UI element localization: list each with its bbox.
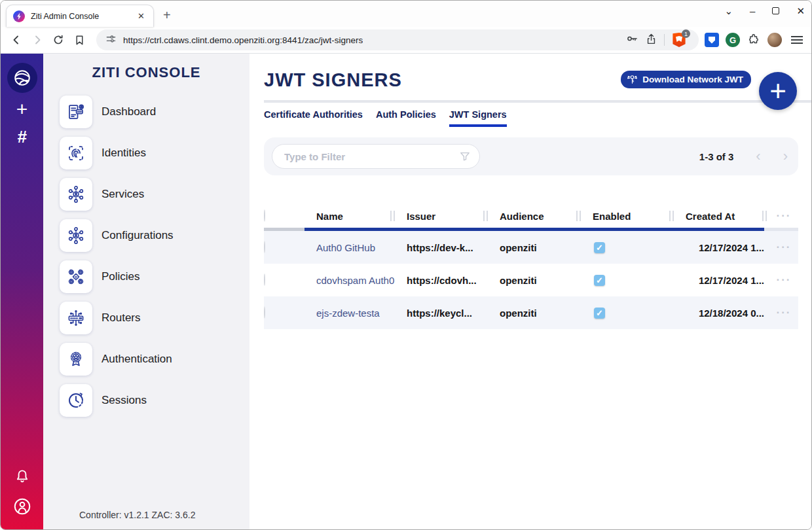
column-resize-handle[interactable] xyxy=(483,211,488,221)
grammarly-extension-icon[interactable]: G xyxy=(725,32,741,48)
new-tab-button[interactable]: + xyxy=(163,8,171,23)
header-divider xyxy=(264,100,811,103)
window-maximize-button[interactable] xyxy=(772,7,779,14)
table-header-underline xyxy=(264,228,798,231)
sidebar-item-policies[interactable]: Policies xyxy=(60,260,249,293)
app-rail: + # xyxy=(1,54,43,529)
sidebar-item-services[interactable]: Services xyxy=(60,178,249,211)
sidebar-item-routers[interactable]: Routers xyxy=(60,302,249,334)
row-menu-icon[interactable]: ··· xyxy=(767,241,801,254)
browser-toolbar: https://ctrl.cdaws.clint.demo.openziti.o… xyxy=(1,27,811,54)
bookmark-icon[interactable] xyxy=(70,31,88,49)
password-key-icon[interactable] xyxy=(625,32,638,48)
console-title: ZITI CONSOLE xyxy=(43,64,249,81)
table-row[interactable]: cdovhspam Auth0 https://cdovh... openzit… xyxy=(264,264,798,296)
tab-close-icon[interactable]: ✕ xyxy=(134,11,148,21)
pagination-next-icon[interactable]: › xyxy=(783,149,788,164)
configurations-icon xyxy=(60,219,92,252)
authentication-icon xyxy=(60,343,92,376)
enabled-checkbox[interactable]: ✓ xyxy=(594,242,605,253)
column-header-name[interactable]: Name xyxy=(304,211,395,222)
routers-icon xyxy=(60,302,92,334)
version-text: Controller: v1.2.1 ZAC: 3.6.2 xyxy=(43,510,249,520)
sidebar-item-configurations[interactable]: Configurations xyxy=(60,219,249,252)
column-header-menu-icon[interactable]: ··· xyxy=(767,209,801,222)
sidebar-item-dashboard[interactable]: Dashboard xyxy=(60,96,249,128)
select-all-radio[interactable] xyxy=(264,209,265,222)
pagination-count: 1-3 of 3 xyxy=(699,151,734,162)
rail-hash-icon[interactable]: # xyxy=(17,128,26,145)
brave-shield-icon[interactable]: 1 xyxy=(671,32,687,48)
funnel-icon[interactable] xyxy=(458,150,471,163)
rail-add-icon[interactable]: + xyxy=(16,99,28,119)
ziti-favicon-icon xyxy=(13,10,25,22)
enabled-checkbox[interactable]: ✓ xyxy=(594,308,605,319)
tab-certificate-authorities[interactable]: Certificate Authorities xyxy=(264,109,363,127)
cell-name[interactable]: cdovhspam Auth0 xyxy=(304,275,395,286)
extensions-puzzle-icon[interactable] xyxy=(746,32,762,48)
share-icon[interactable] xyxy=(645,33,657,48)
table-row[interactable]: ejs-zdew-testa https://keycl... openziti… xyxy=(264,296,798,329)
site-settings-icon[interactable] xyxy=(105,33,117,47)
browser-tab[interactable]: Ziti Admin Console ✕ xyxy=(6,5,154,27)
sidebar-item-authentication[interactable]: Authentication xyxy=(60,343,249,376)
reload-icon[interactable] xyxy=(49,31,67,49)
download-network-jwt-button[interactable]: Download Network JWT xyxy=(621,71,751,88)
add-jwt-signer-button[interactable]: + xyxy=(759,72,797,110)
column-header-created-at[interactable]: Created At xyxy=(674,211,767,222)
pagination: 1-3 of 3 ‹ › xyxy=(699,149,788,164)
forward-icon[interactable] xyxy=(28,31,46,49)
url-text[interactable]: https://ctrl.cdaws.clint.demo.openziti.o… xyxy=(123,35,363,45)
row-select-radio[interactable] xyxy=(264,274,265,286)
toolbar-divider xyxy=(664,34,665,46)
row-menu-icon[interactable]: ··· xyxy=(767,306,801,319)
shield-badge: 1 xyxy=(682,29,690,38)
ziti-logo-icon[interactable] xyxy=(7,63,37,93)
cell-issuer: https://keycl... xyxy=(395,308,488,319)
sidebar-item-identities[interactable]: Identities xyxy=(60,137,249,169)
profile-avatar[interactable] xyxy=(767,32,783,48)
tab-strip: Ziti Admin Console ✕ + ⌄ – ✕ xyxy=(1,1,811,27)
bitwarden-extension-icon[interactable] xyxy=(704,32,720,48)
tab-search-icon[interactable]: ⌄ xyxy=(725,6,733,16)
filter-input[interactable] xyxy=(284,151,458,162)
row-menu-icon[interactable]: ··· xyxy=(767,274,801,287)
cell-name[interactable]: ejs-zdew-testa xyxy=(304,308,395,319)
column-header-issuer[interactable]: Issuer xyxy=(395,211,488,222)
column-resize-handle[interactable] xyxy=(669,211,674,221)
cell-audience: openziti xyxy=(488,242,581,253)
tab-auth-policies[interactable]: Auth Policies xyxy=(376,109,436,127)
dashboard-icon xyxy=(60,96,92,128)
main-content: JWT SIGNERS Download Network JWT + Certi… xyxy=(249,54,811,529)
browser-window: Ziti Admin Console ✕ + ⌄ – ✕ https://c xyxy=(0,0,812,530)
row-select-radio[interactable] xyxy=(264,241,265,253)
column-header-enabled[interactable]: Enabled xyxy=(581,211,674,222)
sidebar-item-sessions[interactable]: Sessions xyxy=(60,384,249,417)
window-minimize-button[interactable]: – xyxy=(750,6,755,16)
table-row[interactable]: Auth0 GitHub https://dev-k... openziti ✓… xyxy=(264,231,798,264)
pagination-prev-icon[interactable]: ‹ xyxy=(756,149,760,164)
enabled-checkbox[interactable]: ✓ xyxy=(594,275,605,286)
tab-title: Ziti Admin Console xyxy=(31,12,134,21)
jwt-signers-table: Name Issuer Audience Enabled Created At … xyxy=(264,204,798,329)
column-resize-handle[interactable] xyxy=(576,211,581,221)
column-header-audience[interactable]: Audience xyxy=(488,211,581,222)
profile-person-icon[interactable] xyxy=(12,497,32,519)
url-bar[interactable]: https://ctrl.cdaws.clint.demo.openziti.o… xyxy=(96,29,699,50)
cell-created-at: 12/18/2024 0... xyxy=(674,308,767,319)
cell-issuer: https://dev-k... xyxy=(395,242,488,253)
policies-icon xyxy=(60,260,92,293)
tab-jwt-signers[interactable]: JWT Signers xyxy=(449,109,507,127)
back-icon[interactable] xyxy=(7,31,26,49)
cell-name[interactable]: Auth0 GitHub xyxy=(304,242,395,253)
cell-created-at: 12/17/2024 1... xyxy=(674,242,767,253)
column-resize-handle[interactable] xyxy=(390,211,395,221)
notifications-bell-icon[interactable] xyxy=(14,468,31,487)
row-select-radio[interactable] xyxy=(264,306,265,319)
identities-icon xyxy=(60,137,92,169)
menu-icon[interactable] xyxy=(789,32,805,48)
column-resize-handle[interactable] xyxy=(762,211,767,221)
table-header-row: Name Issuer Audience Enabled Created At … xyxy=(264,204,798,228)
window-close-button[interactable]: ✕ xyxy=(796,6,805,16)
filter-bar: 1-3 of 3 ‹ › xyxy=(264,137,798,175)
